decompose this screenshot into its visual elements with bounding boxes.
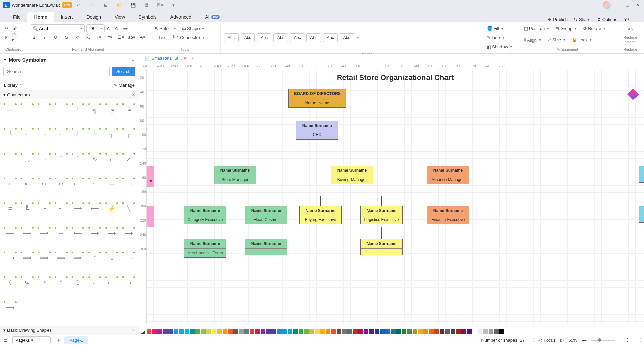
color-swatch[interactable] — [326, 329, 330, 334]
cut-icon[interactable]: ✂ — [3, 24, 10, 31]
color-swatch[interactable] — [380, 329, 385, 334]
color-swatch[interactable] — [179, 329, 184, 334]
menu-home[interactable]: Home — [27, 12, 54, 22]
org-category-exec[interactable]: Name SurnameCategory Executive — [184, 206, 226, 224]
decrease-font-icon[interactable]: A↓ — [114, 25, 121, 32]
color-swatch[interactable] — [195, 329, 200, 334]
connector-shape[interactable]: ⌐ — [104, 152, 119, 167]
org-logistics-exec[interactable]: Name SurnameLogistics Executive — [360, 206, 403, 224]
color-swatch[interactable] — [206, 329, 211, 334]
connector-shape[interactable]: ⟵ — [71, 226, 86, 241]
color-swatch[interactable] — [461, 329, 466, 334]
color-swatch[interactable] — [472, 329, 477, 334]
connector-shape[interactable]: ⟹ — [20, 251, 35, 266]
connector-shape[interactable]: ⟶ — [71, 201, 86, 216]
lock-button[interactable]: 🔒 Lock▼ — [570, 36, 594, 44]
chart-title[interactable]: Retail Store Organizational Chart — [337, 73, 454, 82]
underline-icon[interactable]: U — [52, 34, 59, 40]
color-swatch[interactable] — [185, 329, 189, 334]
strike-icon[interactable]: S — [63, 34, 70, 40]
style-chip[interactable]: Abc — [306, 33, 321, 42]
connector-shape[interactable]: ⤵ — [104, 251, 119, 266]
connector-shape[interactable]: ↔ — [87, 275, 102, 290]
font-family-select[interactable] — [31, 24, 85, 32]
color-swatch[interactable] — [434, 329, 439, 334]
org-store-manager[interactable]: Name SurnameStore Manager — [214, 166, 256, 184]
case-icon[interactable]: T▾ — [96, 34, 102, 40]
org-cyan-partial[interactable] — [639, 166, 644, 183]
connector-shape[interactable]: └ — [37, 201, 52, 216]
rotate-button[interactable]: ⟳ Rotate▼ — [581, 24, 608, 32]
org-pink-partial2[interactable] — [147, 206, 154, 227]
color-swatch[interactable] — [429, 329, 434, 334]
color-swatch[interactable] — [174, 329, 178, 334]
focus-button[interactable]: ◎ Focus — [538, 338, 555, 343]
copy-icon[interactable]: ⎘ — [3, 34, 10, 41]
color-swatch[interactable] — [282, 329, 287, 334]
connector-shape[interactable]: ⌒ — [54, 152, 69, 167]
color-swatch[interactable] — [418, 329, 423, 334]
open-icon[interactable]: 📁 — [117, 2, 122, 8]
color-swatch[interactable] — [228, 329, 233, 334]
connector-shape[interactable]: ╚ — [121, 102, 136, 117]
shadow-button[interactable]: ◧ Shadow▼ — [485, 43, 515, 51]
manage-link[interactable]: ✎ Manage — [114, 83, 135, 88]
org-finance-manager[interactable]: Name SurnameFinance Manager — [427, 166, 469, 184]
add-tab-icon[interactable]: + — [191, 55, 194, 61]
color-swatch[interactable] — [331, 329, 336, 334]
connector-shape[interactable]: ⬏ — [37, 275, 52, 290]
align-button[interactable]: ⫴ Align▼ — [522, 36, 544, 44]
connector-shape[interactable]: ⌒ — [71, 152, 86, 167]
org-cyan-partial2[interactable] — [639, 206, 644, 223]
color-swatch[interactable] — [217, 329, 222, 334]
color-swatch[interactable] — [369, 329, 374, 334]
menu-file[interactable]: File — [6, 12, 27, 22]
connector-shape[interactable]: = — [3, 201, 18, 216]
connector-shape[interactable]: ⟵ — [3, 226, 18, 241]
export-icon[interactable]: ⇱▾ — [157, 2, 163, 8]
add-page-icon[interactable]: + — [57, 337, 60, 343]
connector-shape[interactable]: ┐ — [37, 102, 52, 117]
collapse-ribbon-icon[interactable]: ⌃ — [636, 17, 639, 22]
color-swatch[interactable] — [233, 329, 238, 334]
fill-button[interactable]: 🪣 Fill▼ — [485, 24, 515, 32]
fit-width-icon[interactable]: ⛶ — [627, 338, 631, 343]
color-swatch[interactable] — [147, 329, 151, 334]
connector-shape[interactable]: ⤵ — [71, 275, 86, 290]
color-swatch[interactable] — [304, 329, 309, 334]
fullscreen-icon[interactable]: ⛶ — [636, 338, 641, 343]
connector-shape[interactable]: └ — [3, 127, 18, 142]
zoom-out-icon[interactable]: — — [582, 338, 586, 343]
connector-shape[interactable]: ⟹ — [37, 251, 52, 266]
redo-icon[interactable]: ↷ — [90, 2, 95, 8]
zoom-slider[interactable] — [591, 340, 615, 341]
qat-more-icon[interactable]: ▾ — [171, 2, 176, 8]
connector-shape[interactable]: ⇢ — [121, 275, 136, 290]
close-icon[interactable]: ✕ — [636, 2, 641, 8]
color-swatch[interactable] — [157, 329, 162, 334]
bullets-icon[interactable]: ☰▾ — [117, 34, 124, 40]
size-button[interactable]: ⤢ Size▼ — [546, 36, 568, 44]
connector-shape[interactable]: ⟶ — [121, 226, 136, 241]
position-button[interactable]: ⬚ Position▼ — [522, 24, 551, 32]
color-swatch[interactable] — [168, 329, 173, 334]
color-swatch[interactable] — [266, 329, 271, 334]
org-board[interactable]: BOARD OF DIRECTORSName, Name — [288, 89, 346, 108]
color-swatch[interactable] — [293, 329, 298, 334]
connector-shape[interactable]: ↤ — [37, 177, 52, 192]
connector-shape[interactable]: — — [104, 177, 119, 192]
org-merchandiser[interactable]: Name SurnameMerchandiser Team — [184, 239, 226, 258]
color-swatch[interactable] — [337, 329, 341, 334]
connector-shape[interactable]: ← — [87, 177, 102, 192]
connector-shape[interactable]: — — [3, 102, 18, 117]
color-swatch[interactable] — [467, 329, 472, 334]
library-toggle[interactable]: Library ⇈ — [4, 83, 22, 88]
eyedropper-icon[interactable]: ◢ — [141, 329, 145, 334]
color-swatch[interactable] — [478, 329, 482, 334]
color-swatch[interactable] — [358, 329, 363, 334]
outline-view-icon[interactable]: ▤ — [3, 338, 7, 343]
color-swatch[interactable] — [239, 329, 244, 334]
ai-logo-icon[interactable] — [627, 89, 639, 100]
select-button[interactable]: ↖ Select▼ — [153, 24, 178, 32]
connector-shape[interactable]: ⟵ — [104, 275, 119, 290]
